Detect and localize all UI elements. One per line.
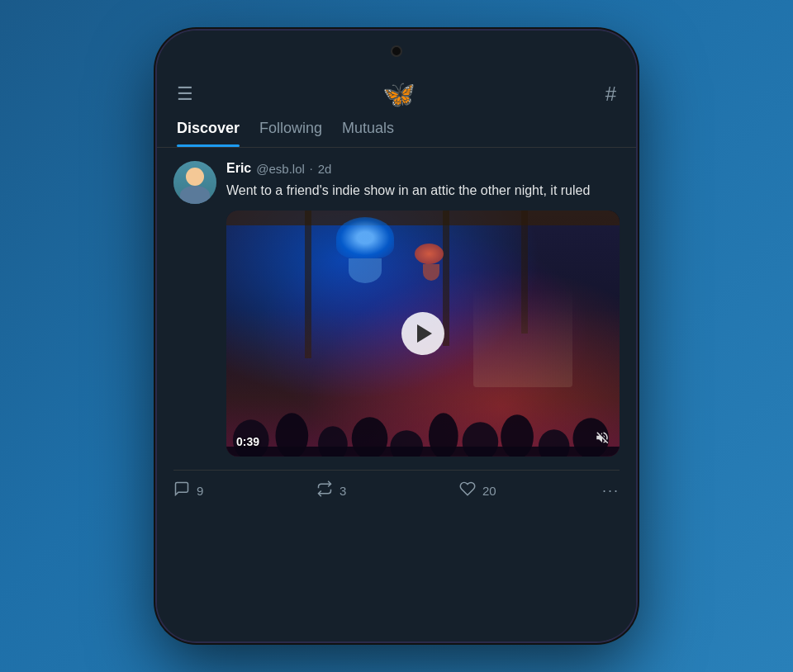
like-action[interactable]: 20 [459, 480, 602, 501]
more-icon: ··· [602, 482, 620, 499]
phone-top-bar [157, 31, 636, 72]
bottom-area [157, 511, 636, 642]
more-action[interactable]: ··· [602, 482, 620, 499]
post-header: Eric @esb.lol · 2d [226, 161, 620, 176]
video-duration: 0:39 [236, 435, 259, 448]
post-author-handle[interactable]: @esb.lol [256, 162, 305, 176]
phone-screen: ☰ 🦋 # Discover Following Mutuals Eric @e… [157, 31, 636, 641]
lamp-red [415, 244, 448, 281]
like-count: 20 [482, 484, 496, 498]
post-actions: 9 3 20 [157, 471, 636, 511]
lamp-blue [336, 217, 394, 283]
post-time: 2d [318, 162, 332, 176]
play-icon [417, 324, 432, 343]
video-thumbnail[interactable]: 0:39 [226, 211, 620, 457]
avatar[interactable] [173, 161, 216, 204]
reply-count: 9 [197, 484, 203, 498]
butterfly-logo: 🦋 [382, 78, 415, 110]
tab-discover[interactable]: Discover [177, 120, 240, 147]
post-content: Eric @esb.lol · 2d Went to a friend's in… [226, 161, 620, 457]
repost-count: 3 [340, 484, 346, 498]
post-author-name[interactable]: Eric [226, 161, 251, 176]
hashtag-icon[interactable]: # [605, 83, 616, 106]
tab-following[interactable]: Following [259, 120, 322, 147]
post-separator: · [310, 162, 313, 175]
tab-mutuals[interactable]: Mutuals [342, 120, 394, 147]
reply-action[interactable]: 9 [173, 480, 316, 501]
camera-dot [391, 45, 402, 57]
reply-icon [173, 480, 190, 501]
repost-action[interactable]: 3 [316, 480, 459, 501]
phone-frame: ☰ 🦋 # Discover Following Mutuals Eric @e… [157, 31, 636, 641]
mute-icon[interactable] [595, 430, 610, 448]
app-header: ☰ 🦋 # [157, 72, 636, 110]
repost-icon [316, 480, 333, 501]
like-icon [459, 480, 476, 501]
post-item: Eric @esb.lol · 2d Went to a friend's in… [157, 148, 636, 470]
menu-icon[interactable]: ☰ [177, 85, 193, 103]
play-button[interactable] [401, 312, 444, 355]
avatar-image [173, 161, 216, 204]
svg-rect-10 [226, 447, 620, 457]
tabs-bar: Discover Following Mutuals [157, 110, 636, 147]
post-text: Went to a friend's indie show in an atti… [226, 181, 620, 201]
